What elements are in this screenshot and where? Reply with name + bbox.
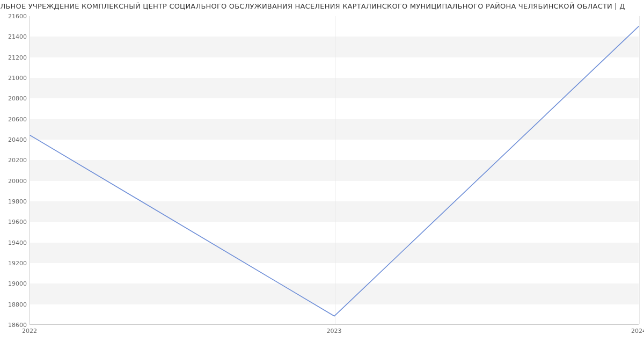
plot-area bbox=[30, 16, 639, 325]
y-tick-label: 20200 bbox=[5, 157, 27, 164]
y-tick-label: 20800 bbox=[5, 95, 27, 102]
grid-line-vertical bbox=[639, 16, 640, 324]
chart-title: ИПАЛЬНОЕ УЧРЕЖДЕНИЕ КОМПЛЕКСНЫЙ ЦЕНТР СО… bbox=[0, 2, 644, 10]
y-tick-label: 19800 bbox=[5, 198, 27, 205]
y-tick-label: 19000 bbox=[5, 280, 27, 287]
chart-svg bbox=[30, 16, 639, 324]
y-tick-label: 18800 bbox=[5, 301, 27, 308]
x-tick-label: 2024 bbox=[631, 328, 644, 335]
y-tick-label: 21200 bbox=[5, 54, 27, 61]
y-tick-label: 20000 bbox=[5, 177, 27, 184]
data-series-line bbox=[30, 26, 639, 316]
y-tick-label: 21400 bbox=[5, 33, 27, 40]
x-tick-label: 2022 bbox=[22, 328, 37, 335]
y-tick-label: 19200 bbox=[5, 260, 27, 267]
y-tick-label: 19600 bbox=[5, 219, 27, 226]
y-tick-label: 21600 bbox=[5, 13, 27, 20]
y-tick-label: 19400 bbox=[5, 239, 27, 246]
y-tick-label: 21000 bbox=[5, 75, 27, 82]
x-tick-label: 2023 bbox=[327, 328, 342, 335]
chart-container: ИПАЛЬНОЕ УЧРЕЖДЕНИЕ КОМПЛЕКСНЫЙ ЦЕНТР СО… bbox=[0, 0, 644, 349]
chart-title-text: ИПАЛЬНОЕ УЧРЕЖДЕНИЕ КОМПЛЕКСНЫЙ ЦЕНТР СО… bbox=[0, 2, 625, 10]
y-tick-label: 20600 bbox=[5, 115, 27, 122]
y-tick-label: 20400 bbox=[5, 136, 27, 143]
